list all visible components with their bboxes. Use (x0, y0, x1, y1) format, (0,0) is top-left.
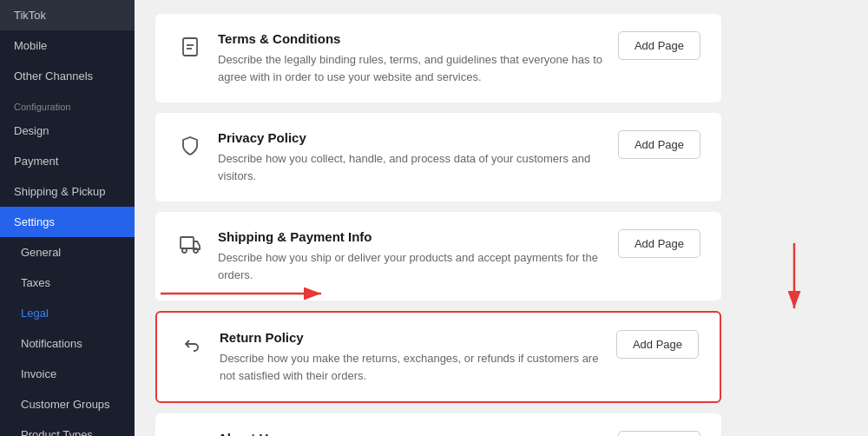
svg-point-4 (182, 248, 187, 253)
sidebar-item-general[interactable]: General (0, 237, 135, 268)
card-body-shipping: Shipping & Payment Info Describe how you… (218, 229, 604, 283)
card-action-return: Add Page (616, 330, 699, 359)
card-body-privacy: Privacy Policy Describe how you collect,… (218, 130, 604, 184)
sidebar-item-product-types[interactable]: Product Types (0, 419, 135, 436)
document-icon (176, 33, 204, 61)
card-body-return: Return Policy Describe how you make the … (220, 330, 602, 384)
content-area: Terms & Conditions Describe the legally … (135, 0, 742, 436)
card-desc-privacy: Describe how you collect, handle, and pr… (218, 150, 604, 184)
info-icon (176, 433, 204, 436)
sidebar-item-other-channels[interactable]: Other Channels (0, 61, 135, 91)
card-desc-terms: Describe the legally binding rules, term… (218, 51, 604, 85)
card-action-terms: Add Page (618, 31, 700, 60)
card-title-terms: Terms & Conditions (218, 31, 604, 46)
sidebar: TikTokMobileOther ChannelsConfigurationD… (0, 0, 135, 436)
sidebar-item-mobile[interactable]: Mobile (0, 30, 135, 61)
card-action-about: Add Page (618, 431, 700, 436)
sidebar-item-legal[interactable]: Legal (0, 298, 135, 328)
card-action-shipping: Add Page (618, 229, 700, 258)
return-icon (178, 332, 206, 360)
sidebar-item-design[interactable]: Design (0, 116, 135, 146)
svg-rect-3 (181, 237, 194, 248)
sidebar-item-notifications[interactable]: Notifications (0, 328, 135, 359)
card-title-return: Return Policy (220, 330, 602, 345)
add-page-button-shipping[interactable]: Add Page (618, 229, 700, 258)
add-page-button-return[interactable]: Add Page (616, 330, 699, 359)
sidebar-item-settings[interactable]: Settings (0, 207, 135, 237)
card-desc-shipping: Describe how you ship or deliver your pr… (218, 249, 604, 283)
sidebar-item-tiktok[interactable]: TikTok (0, 0, 135, 30)
sidebar-item-customer-groups[interactable]: Customer Groups (0, 389, 135, 419)
card-desc-return: Describe how you make the returns, excha… (220, 350, 602, 384)
sidebar-item-taxes[interactable]: Taxes (0, 268, 135, 298)
card-title-shipping: Shipping & Payment Info (218, 229, 604, 244)
card-body-terms: Terms & Conditions Describe the legally … (218, 31, 604, 85)
truck-icon (176, 231, 204, 259)
card-about: About Us Provide customers with more ins… (155, 413, 721, 436)
sidebar-item-invoice[interactable]: Invoice (0, 359, 135, 389)
card-return: Return Policy Describe how you make the … (155, 311, 721, 403)
svg-rect-0 (183, 38, 197, 56)
add-page-button-terms[interactable]: Add Page (618, 31, 700, 60)
sidebar-item-payment[interactable]: Payment (0, 146, 135, 176)
card-body-about: About Us Provide customers with more ins… (218, 431, 604, 436)
shield-icon (176, 132, 204, 160)
card-shipping: Shipping & Payment Info Describe how you… (155, 212, 721, 301)
card-terms: Terms & Conditions Describe the legally … (155, 14, 721, 102)
card-action-privacy: Add Page (618, 130, 700, 159)
add-page-button-about[interactable]: Add Page (618, 431, 700, 436)
card-privacy: Privacy Policy Describe how you collect,… (155, 113, 721, 201)
sidebar-item-shipping-&-pickup[interactable]: Shipping & Pickup (0, 176, 135, 207)
card-title-about: About Us (218, 431, 604, 436)
sidebar-item-configuration: Configuration (0, 91, 135, 116)
card-title-privacy: Privacy Policy (218, 130, 604, 145)
svg-point-5 (194, 248, 198, 253)
main-content: Terms & Conditions Describe the legally … (135, 0, 868, 436)
add-page-button-privacy[interactable]: Add Page (618, 130, 700, 159)
